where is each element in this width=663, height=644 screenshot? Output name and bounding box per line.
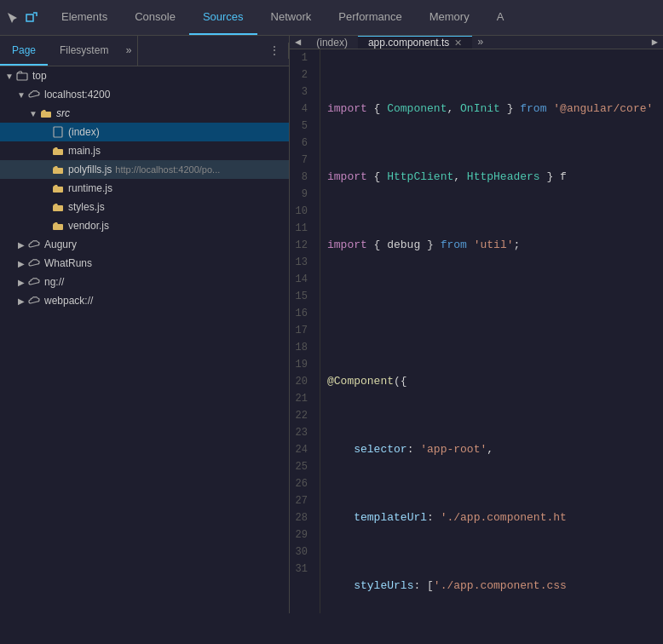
- ln-6: 6: [290, 135, 313, 152]
- tree-arrow-augury[interactable]: ▶: [15, 240, 27, 250]
- tab-performance[interactable]: Performance: [325, 0, 415, 35]
- cloud-icon-whatruns: [27, 256, 41, 270]
- secondary-toolbar: Page Filesystem » ⋮: [0, 36, 289, 66]
- ln-22: 22: [290, 407, 313, 424]
- tree-item-ng[interactable]: ▶ ng://: [0, 273, 289, 291]
- ln-16: 16: [290, 305, 313, 322]
- editor-nav-right[interactable]: ▶: [647, 36, 663, 49]
- ln-2: 2: [290, 66, 313, 83]
- toolbar: Elements Console Sources Network Perform…: [0, 0, 663, 36]
- tree-label-polyfills: polyfills.js: [68, 164, 112, 175]
- tree-label-styles: styles.js: [68, 201, 105, 213]
- code-line-6: selector: 'app-root',: [327, 441, 663, 458]
- tab-memory[interactable]: Memory: [416, 0, 483, 35]
- ln-8: 8: [290, 169, 313, 186]
- code-line-7: templateUrl: './app.component.ht: [327, 509, 663, 526]
- tree-item-index[interactable]: ▶ (index): [0, 123, 289, 141]
- tree-arrow-localhost[interactable]: ▼: [15, 90, 27, 100]
- editor: ◀ (index) app.component.ts ✕ » ▶ 1 2 3 4…: [290, 36, 663, 613]
- tree-arrow-ng[interactable]: ▶: [15, 278, 27, 287]
- folder-icon-styles: [51, 200, 65, 214]
- secondary-more[interactable]: »: [120, 36, 136, 66]
- folder-icon-runtime: [51, 181, 65, 195]
- tree-item-main[interactable]: ▶ main.js: [0, 141, 289, 160]
- code-lines[interactable]: import { Component, OnInit } from '@angu…: [320, 49, 663, 613]
- folder-icon-polyfills: [51, 163, 65, 176]
- tree-arrow-whatruns[interactable]: ▶: [15, 259, 27, 268]
- tree-item-webpack[interactable]: ▶ webpack://: [0, 291, 289, 310]
- ln-20: 20: [290, 373, 313, 390]
- tree-item-whatruns[interactable]: ▶ WhatRuns: [0, 254, 289, 273]
- ln-17: 17: [290, 322, 313, 339]
- ln-21: 21: [290, 390, 313, 407]
- ln-19: 19: [290, 356, 313, 373]
- code-line-5: @Component({: [327, 373, 663, 390]
- tab-elements[interactable]: Elements: [48, 0, 121, 35]
- code-line-2: import { HttpClient, HttpHeaders } f: [327, 169, 663, 186]
- tree-label-augury: Augury: [44, 239, 77, 250]
- editor-tabs-bar: ◀ (index) app.component.ts ✕ » ▶: [290, 36, 663, 49]
- tab-more[interactable]: A: [483, 0, 518, 35]
- code-line-4: [327, 305, 663, 322]
- editor-tab-close[interactable]: ✕: [454, 37, 462, 49]
- tab-sources[interactable]: Sources: [189, 0, 257, 35]
- tree-label-top: top: [32, 70, 47, 82]
- code-line-3: import { debug } from 'util';: [327, 237, 663, 254]
- tree-arrow-webpack[interactable]: ▶: [15, 296, 27, 306]
- ln-25: 25: [290, 458, 313, 475]
- tree-label-main: main.js: [68, 145, 101, 157]
- editor-tab-appcomponent[interactable]: app.component.ts ✕: [358, 36, 472, 49]
- tree-item-localhost[interactable]: ▼ localhost:4200: [0, 85, 289, 104]
- line-numbers: 1 2 3 4 5 6 7 8 9 10 11 12 13 14 15 16 1…: [290, 49, 320, 613]
- editor-content: 1 2 3 4 5 6 7 8 9 10 11 12 13 14 15 16 1…: [290, 49, 663, 613]
- svg-rect-2: [41, 112, 51, 118]
- tree-item-polyfills[interactable]: ▶ polyfills.js http://localhost:4200/po.…: [0, 160, 289, 179]
- svg-rect-6: [53, 187, 63, 193]
- ln-13: 13: [290, 254, 313, 271]
- tree-item-vendor[interactable]: ▶ vendor.js: [0, 216, 289, 235]
- ln-5: 5: [290, 118, 313, 135]
- tree-item-augury[interactable]: ▶ Augury: [0, 235, 289, 254]
- svg-rect-0: [26, 14, 33, 21]
- editor-tab-more[interactable]: »: [472, 36, 488, 49]
- actions-dots[interactable]: ⋮: [266, 43, 283, 59]
- cloud-icon-augury: [27, 238, 41, 251]
- tree-item-runtime[interactable]: ▶ runtime.js: [0, 179, 289, 198]
- tab-page[interactable]: Page: [0, 36, 48, 66]
- tree-label-runtime: runtime.js: [68, 182, 112, 194]
- toolbar-tabs: Elements Console Sources Network Perform…: [48, 0, 658, 35]
- editor-nav-left[interactable]: ◀: [290, 36, 306, 49]
- ln-26: 26: [290, 475, 313, 492]
- ln-23: 23: [290, 424, 313, 441]
- tab-console[interactable]: Console: [121, 0, 189, 35]
- folder-icon-vendor: [51, 219, 65, 233]
- tree-item-src[interactable]: ▼ src: [0, 104, 289, 123]
- editor-tab-appcomponent-label: app.component.ts: [368, 37, 449, 49]
- tree-arrow-top[interactable]: ▼: [3, 72, 15, 81]
- ln-15: 15: [290, 288, 313, 305]
- tab-network[interactable]: Network: [257, 0, 326, 35]
- svg-rect-1: [17, 73, 27, 80]
- cursor-icon[interactable]: [5, 10, 20, 26]
- code-line-8: styleUrls: ['./app.component.css: [327, 578, 663, 595]
- cloud-icon-webpack: [27, 294, 41, 308]
- svg-rect-5: [53, 168, 63, 174]
- tree-arrow-src[interactable]: ▼: [27, 109, 39, 118]
- editor-tab-index-label: (index): [316, 37, 348, 49]
- ln-18: 18: [290, 339, 313, 356]
- tree-label-localhost: localhost:4200: [44, 89, 110, 101]
- ln-1: 1: [290, 49, 313, 66]
- editor-tab-index[interactable]: (index): [306, 36, 358, 49]
- tree-label-webpack: webpack://: [44, 295, 93, 307]
- cloud-icon-localhost: [27, 88, 41, 101]
- tree-item-top[interactable]: ▼ top: [0, 66, 289, 85]
- ln-12: 12: [290, 237, 313, 254]
- folder-icon-main: [51, 144, 65, 158]
- secondary-actions: ⋮: [261, 43, 289, 59]
- ln-3: 3: [290, 83, 313, 101]
- tab-filesystem[interactable]: Filesystem: [48, 36, 120, 66]
- svg-rect-3: [54, 127, 62, 137]
- tree-item-styles[interactable]: ▶ styles.js: [0, 198, 289, 216]
- box-icon[interactable]: [24, 10, 39, 26]
- tree-label-vendor: vendor.js: [68, 220, 109, 232]
